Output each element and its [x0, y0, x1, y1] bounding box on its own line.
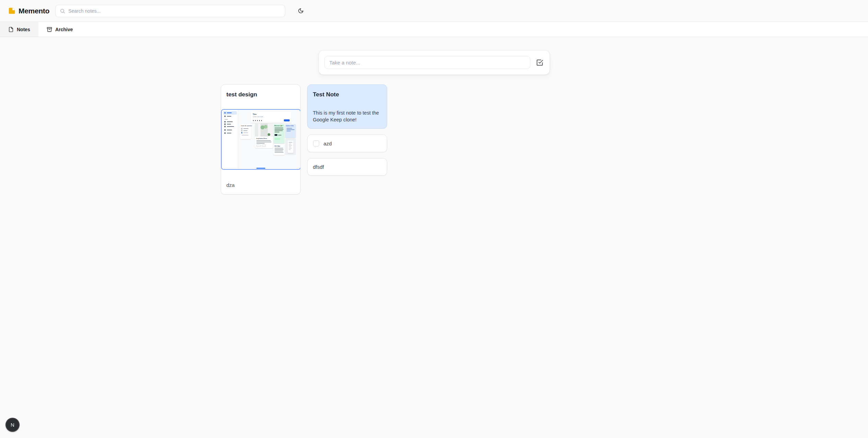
- take-a-note-input[interactable]: [324, 56, 530, 69]
- thumb-card-photo: Inspiration Déco: [255, 123, 273, 148]
- composer-card: [319, 50, 550, 75]
- thumb-composer: Titre Créer une note...: [251, 112, 291, 123]
- note-card-azd[interactable]: azd: [307, 134, 387, 152]
- grid-column-1: test design: [221, 84, 301, 194]
- tab-archive-label: Archive: [55, 27, 73, 32]
- tab-notes-label: Notes: [17, 27, 30, 32]
- thumb-sidebar: [222, 110, 238, 169]
- grid-column-2: Test Note This is my first note to test …: [307, 84, 387, 176]
- note-image-thumbnail: Titre Créer une note... Liste de courses: [221, 109, 301, 170]
- file-icon: [8, 27, 14, 32]
- sticky-note-icon: [8, 7, 15, 14]
- avatar-initial: N: [11, 422, 14, 428]
- archive-icon: [47, 27, 52, 32]
- note-body-text: azd: [324, 141, 332, 146]
- note-body-text: dza: [221, 182, 300, 194]
- search-placeholder: Search notes...: [68, 8, 101, 14]
- notes-grid: test design: [221, 84, 648, 194]
- note-card-test-design[interactable]: test design: [221, 84, 301, 194]
- thumb-card-checklist: Liste de courses: [240, 124, 251, 139]
- thumb-card-idea: Idée App: [274, 144, 285, 155]
- note-title: Test Note: [308, 85, 387, 99]
- thumb-sidebar-active-item: [223, 111, 237, 115]
- tab-bar: Notes Archive: [0, 22, 868, 37]
- tab-archive[interactable]: Archive: [38, 22, 81, 37]
- app-logo: Memento: [8, 7, 49, 15]
- note-checkbox[interactable]: [313, 140, 319, 146]
- note-title: test design: [221, 85, 300, 99]
- note-body-text: This is my first note to test the Google…: [308, 109, 387, 128]
- thumb-check-glyph: ✓: [282, 125, 283, 127]
- thumb-room-photo: [255, 123, 273, 137]
- user-avatar[interactable]: N: [5, 418, 20, 432]
- app-header: Memento Search notes...: [0, 0, 868, 22]
- thumb-card-blue: Livres à lire: [285, 124, 296, 138]
- check-square-icon: [536, 59, 543, 66]
- thumb-card-green: Réunion Q4 ✓: [274, 124, 285, 143]
- theme-toggle-button[interactable]: [294, 5, 307, 17]
- search-icon: [60, 8, 65, 14]
- note-card-test-note[interactable]: Test Note This is my first note to test …: [307, 84, 387, 129]
- moon-icon: [298, 8, 304, 14]
- note-composer: [319, 50, 550, 75]
- app-title: Memento: [19, 7, 49, 15]
- tab-notes[interactable]: Notes: [0, 22, 38, 37]
- note-body-text: dfsdf: [313, 164, 324, 170]
- new-checklist-button[interactable]: [536, 58, 544, 67]
- thumb-scrollbar: [256, 168, 265, 169]
- thumb-card-phone: [285, 139, 296, 155]
- note-card-dfsdf[interactable]: dfsdf: [307, 158, 387, 176]
- search-input[interactable]: Search notes...: [55, 5, 285, 17]
- thumb-composer-button: [284, 119, 290, 121]
